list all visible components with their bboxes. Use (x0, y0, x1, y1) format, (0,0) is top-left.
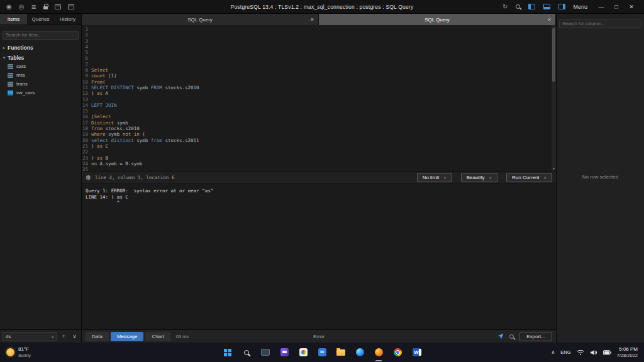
code-token: Select (94, 114, 111, 119)
code-text[interactable]: Distinct symb (91, 120, 128, 126)
language-indicator[interactable]: ENG (560, 349, 570, 355)
taskbar-search-icon[interactable] (239, 345, 254, 360)
code-text[interactable]: count (1) (91, 73, 117, 79)
sidebar-item-trans[interactable]: trans (0, 80, 81, 89)
clock[interactable]: 5:06 PM 7/28/2022 (617, 346, 638, 359)
file-explorer-icon-glyph (336, 349, 345, 356)
mail-app-icon[interactable] (314, 345, 330, 360)
code-text[interactable]: ) as A (91, 90, 108, 96)
line-number: 16 (82, 114, 91, 119)
item-search-input[interactable] (3, 31, 79, 40)
code-token: Select (91, 67, 108, 73)
minimize-button[interactable]: — (595, 0, 608, 14)
editor-scrollbar[interactable]: ▾ (552, 25, 556, 171)
code-text[interactable]: (Select (91, 114, 111, 119)
windows-start-icon[interactable] (220, 345, 235, 360)
chevron-down-icon: ▾ (3, 55, 5, 60)
query-status: Error (313, 334, 325, 339)
section-functions[interactable]: ▸ Functions (0, 42, 81, 52)
close-icon[interactable]: × (311, 16, 314, 23)
line-number: 8 (82, 67, 91, 73)
table-icon (8, 73, 13, 78)
code-text[interactable]: SELECT DISTINCT symb FROM stocks.s2010 (91, 85, 199, 90)
scrollbar-thumb[interactable] (552, 28, 555, 82)
battery-icon[interactable] (603, 350, 611, 355)
sun-icon (6, 348, 14, 356)
beautify-button[interactable]: Beautify ∨ (461, 173, 497, 182)
code-token: ) (91, 155, 97, 161)
section-tables[interactable]: ▾ Tables (0, 52, 81, 62)
weather-widget[interactable]: 81°F Sunny (0, 346, 31, 358)
sidebar-item-mta[interactable]: mta (0, 71, 81, 80)
close-icon[interactable]: × (548, 16, 551, 23)
search-icon[interactable] (509, 334, 514, 339)
refresh-icon[interactable]: ↻ (502, 4, 508, 10)
search-icon[interactable] (516, 4, 520, 9)
layout-bottom-icon[interactable] (543, 4, 550, 9)
query-tab-1[interactable]: SQL Query × (82, 14, 319, 25)
menu-button[interactable]: Menu (573, 4, 587, 10)
collapse-button[interactable]: ∨ (70, 333, 79, 339)
layout-right-icon[interactable] (558, 4, 565, 9)
tab-chart[interactable]: Chart (145, 332, 170, 341)
editor-view-icon[interactable] (68, 4, 74, 9)
code-text[interactable]: select distinct symb from stocks.s2011 (91, 138, 199, 143)
column-search-input[interactable] (559, 19, 641, 28)
gear-icon[interactable]: ⚙ (86, 175, 91, 181)
chat-app-icon[interactable] (277, 345, 292, 360)
sidebar-item-vw_cars[interactable]: vw_cars (0, 89, 81, 97)
layout-left-icon[interactable] (528, 4, 535, 9)
code-text[interactable]: from stocks.s2010 (91, 126, 140, 131)
tray-expand-icon[interactable]: ∧ (552, 349, 555, 355)
results-message-area[interactable]: Query 1: ERROR: syntax error at or near … (82, 184, 556, 329)
add-connection-button[interactable]: + (60, 333, 68, 339)
edge-browser-icon[interactable] (352, 345, 367, 360)
word-app-icon[interactable] (409, 345, 424, 360)
sql-client-app-icon[interactable] (371, 345, 386, 360)
line-number: 23 (82, 155, 91, 161)
chrome-browser-icon[interactable] (390, 345, 405, 360)
tab-history[interactable]: History (54, 14, 81, 25)
sql-editor[interactable]: 12345678Select9count (1)10From(11SELECT … (82, 25, 556, 171)
code-text[interactable]: Select (91, 67, 108, 73)
code-token: from (151, 138, 162, 143)
tab-items[interactable]: Items (0, 14, 27, 25)
send-icon[interactable] (497, 333, 504, 339)
view-icon (8, 90, 13, 96)
database-select[interactable]: ds ∨ (3, 332, 57, 341)
run-current-button[interactable]: Run Current ∨ (506, 173, 552, 182)
export-button[interactable]: Export... (519, 332, 552, 341)
volume-icon[interactable] (590, 349, 597, 356)
code-text[interactable]: ) as B (91, 155, 108, 161)
limit-select[interactable]: No limit ∨ (417, 173, 452, 182)
code-text[interactable]: on A.symb = B.symb (91, 161, 142, 167)
tab-message[interactable]: Message (111, 332, 143, 341)
tab-data[interactable]: Data (86, 332, 109, 341)
taskbar-search-icon-glyph (244, 350, 249, 355)
table-list: carsmtatransvw_cars (0, 62, 81, 97)
table-name: vw_cars (16, 90, 35, 96)
console-icon[interactable] (55, 4, 61, 9)
code-token: symb (134, 138, 151, 143)
wifi-icon[interactable] (577, 349, 584, 355)
code-text[interactable]: where symb not in ( (91, 131, 145, 137)
sidebar-item-cars[interactable]: cars (0, 62, 81, 71)
photos-app-icon[interactable] (296, 345, 311, 360)
eye-icon[interactable]: ◎ (19, 4, 25, 10)
code-text[interactable]: LEFT JOIN (91, 102, 117, 108)
scroll-down-icon[interactable]: ▾ (552, 166, 556, 170)
app-logo-icon[interactable]: ◉ (6, 4, 12, 10)
query-tab-2[interactable]: SQL Query × (319, 14, 556, 25)
terminal-app-icon[interactable] (258, 345, 273, 360)
file-explorer-icon[interactable] (333, 345, 348, 360)
tab-queries[interactable]: Queries (27, 14, 54, 25)
maximize-button[interactable]: □ (610, 0, 623, 14)
word-app-icon-glyph (413, 348, 421, 356)
lock-icon[interactable] (43, 6, 48, 9)
close-button[interactable]: ✕ (625, 0, 638, 14)
code-text[interactable]: ) as C (91, 143, 108, 149)
section-tables-label: Tables (8, 55, 24, 61)
code-text[interactable]: From( (91, 79, 106, 85)
code-line: 7 (82, 62, 551, 67)
list-icon[interactable]: ≣ (31, 4, 36, 10)
